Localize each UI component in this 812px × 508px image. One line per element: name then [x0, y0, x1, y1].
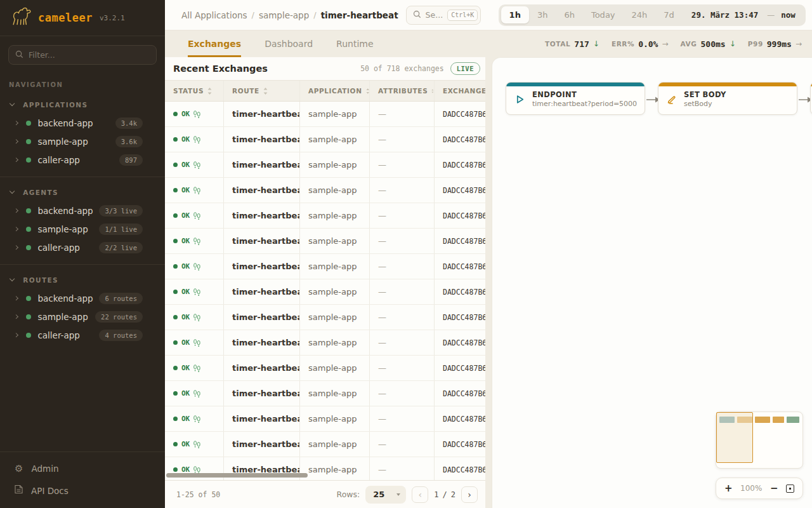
- footprints-icon: [193, 263, 200, 271]
- time-range-button[interactable]: 6h: [556, 6, 583, 23]
- date-now[interactable]: now: [777, 10, 803, 20]
- zoom-out-button[interactable]: −: [770, 484, 778, 493]
- tab[interactable]: Exchanges: [188, 30, 241, 57]
- sidebar-item[interactable]: caller-app 2/2 live: [0, 238, 165, 257]
- exchange-id-cell: DADCC487B60F8: [434, 406, 485, 431]
- sidebar-item[interactable]: sample-app 1/1 live: [0, 220, 165, 238]
- status-label: OK: [181, 161, 190, 169]
- sidebar-footer: ⚙ Admin API Docs: [0, 451, 165, 508]
- time-range-button[interactable]: 1h: [501, 6, 529, 23]
- sidebar-section-header[interactable]: AGENTS: [0, 184, 165, 201]
- sidebar-item[interactable]: backend-app 6 routes: [0, 289, 165, 307]
- footprints-icon: [193, 161, 200, 169]
- stat: AVG 500ms ↓: [681, 39, 736, 49]
- footprints-icon: [193, 187, 200, 194]
- table-row[interactable]: OK timer-heartbeat sample-app — DADCC487…: [165, 406, 485, 432]
- sidebar-item[interactable]: caller-app 4 routes: [0, 326, 165, 344]
- logo[interactable]: cameleer v3.2.1: [0, 0, 165, 36]
- date-dash: —: [764, 11, 777, 20]
- search-icon: [413, 9, 421, 21]
- status-cell: OK: [165, 330, 223, 355]
- table-row[interactable]: OK timer-heartbeat sample-app — DADCC487…: [165, 203, 485, 229]
- sidebar: cameleer v3.2.1 NAVIGATION APPLICATIONS …: [0, 0, 165, 508]
- tab[interactable]: Runtime: [336, 30, 373, 57]
- sidebar-item-label: caller-app: [37, 243, 79, 253]
- exchange-id-cell: DADCC487B60F8: [434, 178, 485, 203]
- prev-page-button[interactable]: ‹: [412, 486, 428, 503]
- flow-minimap[interactable]: [716, 411, 803, 469]
- table-row[interactable]: OK timer-heartbeat sample-app — DADCC487…: [165, 356, 485, 381]
- zoom-in-button[interactable]: +: [724, 484, 733, 493]
- table-row[interactable]: OK timer-heartbeat sample-app — DADCC487…: [165, 279, 485, 305]
- exchange-id-cell: DADCC487B60F8: [434, 203, 485, 228]
- app-version: v3.2.1: [100, 14, 125, 22]
- table-row[interactable]: OK timer-heartbeat sample-app — DADCC487…: [165, 152, 485, 178]
- rows-per-page-select[interactable]: 25: [365, 486, 406, 504]
- pagination-bar: 1-25 of 50 Rows: 25 ‹ 1 / 2 ›: [165, 480, 485, 508]
- filter-input[interactable]: [29, 50, 150, 60]
- column-header[interactable]: STATUS: [165, 81, 223, 101]
- table-header-row: STATUS ROUTE APPLICATION ATTRIBUTES EXCH…: [165, 80, 485, 102]
- column-header[interactable]: ROUTE: [223, 81, 299, 101]
- footprints-icon: [193, 136, 200, 144]
- time-range-button[interactable]: 3h: [529, 6, 556, 23]
- horizontal-scrollbar[interactable]: [166, 473, 308, 478]
- table-row[interactable]: OK timer-heartbeat sample-app — DADCC487…: [165, 127, 485, 152]
- sidebar-footer-item[interactable]: ⚙ Admin: [0, 457, 165, 479]
- date-range-text[interactable]: 29. März 13:47: [683, 10, 764, 20]
- trend-arrow-icon: →: [662, 39, 668, 48]
- minimap-node-bar: [787, 417, 799, 423]
- sort-icon: [207, 88, 212, 95]
- table-row[interactable]: OK timer-heartbeat sample-app — DADCC487…: [165, 102, 485, 127]
- tab[interactable]: Dashboard: [265, 30, 313, 57]
- status-cell: OK: [165, 381, 223, 406]
- time-range-button[interactable]: 24h: [624, 6, 656, 23]
- route-flow-canvas[interactable]: ENDPOINT timer:heartbeat?period=5000: [492, 57, 812, 508]
- content: Recent Exchanges 50 of 718 exchanges LIV…: [165, 57, 812, 508]
- route-cell: timer-heartbeat: [223, 381, 299, 406]
- column-header[interactable]: ATTRIBUTES: [369, 81, 434, 101]
- minimap-viewport[interactable]: [716, 412, 753, 463]
- fit-view-icon[interactable]: [786, 485, 794, 493]
- breadcrumb-separator: /: [252, 10, 254, 20]
- status-dot-icon: [26, 208, 31, 213]
- route-cell: timer-heartbeat: [223, 356, 299, 380]
- ok-dot-icon: [173, 315, 178, 319]
- sidebar-item[interactable]: backend-app 3.4k: [0, 114, 165, 132]
- time-range-button[interactable]: 7d: [655, 6, 683, 23]
- flow-node-endpoint[interactable]: ENDPOINT timer:heartbeat?period=5000: [506, 82, 645, 115]
- route-cell: timer-heartbeat: [223, 406, 299, 431]
- sidebar-item[interactable]: backend-app 3/3 live: [0, 201, 165, 220]
- table-row[interactable]: OK timer-heartbeat sample-app — DADCC487…: [165, 229, 485, 254]
- application-cell: sample-app: [299, 102, 369, 126]
- exchange-id-cell: DADCC487B60F8: [434, 356, 485, 380]
- zoom-controls: + 100% −: [716, 478, 803, 499]
- table-row[interactable]: OK timer-heartbeat sample-app — DADCC487…: [165, 381, 485, 406]
- sidebar-item[interactable]: sample-app 22 routes: [0, 307, 165, 326]
- sidebar-footer-label: API Docs: [31, 486, 69, 496]
- table-row[interactable]: OK timer-heartbeat sample-app — DADCC487…: [165, 330, 485, 356]
- sidebar-item[interactable]: sample-app 3.6k: [0, 132, 165, 150]
- exchange-id-cell: DADCC487B60F8: [434, 127, 485, 152]
- total-pages: 2: [451, 490, 455, 499]
- route-cell: timer-heartbeat: [223, 305, 299, 330]
- sidebar-section: AGENTS backend-app 3/3 live sample-app 1…: [0, 177, 165, 257]
- global-search[interactable]: Se... Ctrl+K: [406, 6, 481, 25]
- column-header[interactable]: APPLICATION: [299, 81, 369, 101]
- sidebar-item[interactable]: caller-app 897: [0, 150, 165, 169]
- sidebar-section-header[interactable]: ROUTES: [0, 271, 165, 289]
- column-header[interactable]: EXCHANGE ID: [434, 81, 485, 101]
- stat-value: 999ms: [767, 39, 792, 49]
- sidebar-filter[interactable]: [8, 45, 157, 65]
- sidebar-section-header[interactable]: APPLICATIONS: [0, 96, 165, 114]
- table-row[interactable]: OK timer-heartbeat sample-app — DADCC487…: [165, 178, 485, 203]
- time-range-button[interactable]: Today: [583, 6, 624, 23]
- table-row[interactable]: OK timer-heartbeat sample-app — DADCC487…: [165, 432, 485, 457]
- sidebar-footer-item[interactable]: API Docs: [0, 479, 165, 502]
- table-row[interactable]: OK timer-heartbeat sample-app — DADCC487…: [165, 305, 485, 330]
- breadcrumb-app[interactable]: sample-app: [259, 10, 309, 20]
- flow-node-setbody[interactable]: SET BODY setBody: [658, 82, 797, 115]
- breadcrumb-root[interactable]: All Applications: [181, 10, 247, 20]
- table-row[interactable]: OK timer-heartbeat sample-app — DADCC487…: [165, 254, 485, 279]
- next-page-button[interactable]: ›: [461, 486, 478, 503]
